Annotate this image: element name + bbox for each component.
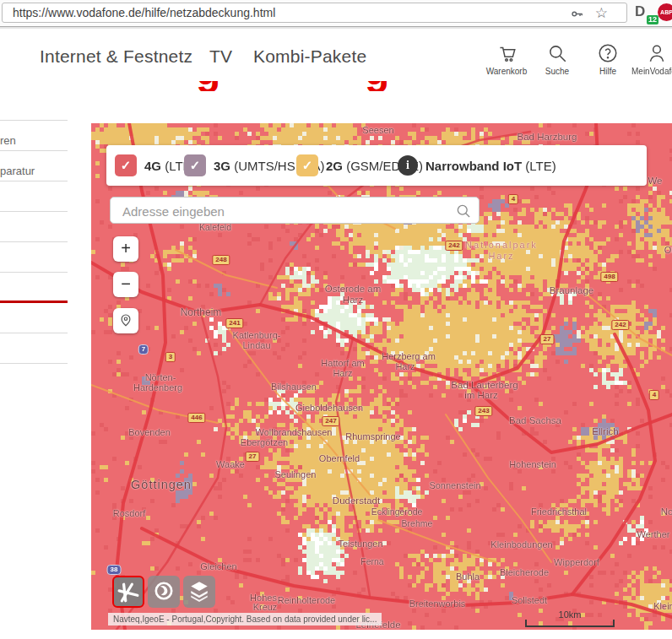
map-place-label: Werther: [637, 529, 670, 539]
locate-me-button[interactable]: [113, 308, 138, 333]
checkbox-2g[interactable]: ✓: [296, 154, 318, 176]
map-place-label: Seesen: [362, 125, 393, 135]
map-place-label: We: [648, 176, 662, 186]
coverage-legend: ✓ 4G (LTE) ✓ 3G (UMTS/HSDPA) ✓ 2G (GSM/E…: [106, 145, 647, 186]
road-number-badge: 241: [225, 318, 243, 328]
road-number-badge: 247: [322, 416, 339, 426]
map-place-label: Breitenworbis: [409, 598, 466, 609]
satellite-view-button[interactable]: [148, 576, 180, 608]
address-search-input[interactable]: [121, 199, 453, 223]
sidebar-item[interactable]: [0, 333, 68, 364]
address-bar[interactable]: https://www.vodafone.de/hilfe/netzabdeck…: [2, 3, 627, 23]
map-place-label: Buhla: [456, 571, 480, 582]
info-icon[interactable]: i: [398, 155, 418, 176]
road-number-badge: 242: [445, 241, 463, 251]
help-button[interactable]: Hilfe: [583, 42, 633, 76]
map-place-label: Friedrichsthal: [531, 506, 587, 517]
map-place-label: Herzberg am: [382, 351, 436, 361]
map-place-label: Gieboldehausen: [295, 403, 363, 413]
nav-tv[interactable]: TV: [209, 46, 232, 67]
person-icon: [631, 42, 672, 64]
sidebar-item[interactable]: [0, 242, 68, 273]
map-place-label: Wollbrandshausen: [256, 427, 333, 437]
zoom-in-button[interactable]: +: [113, 236, 138, 262]
help-icon: [583, 42, 633, 64]
meinvodafone-button[interactable]: MeinVodafone: [631, 42, 672, 76]
nav-kombi-pakete[interactable]: Kombi-Pakete: [253, 46, 366, 67]
road-number-badge: 3: [165, 352, 176, 362]
road-number-badge: 7: [138, 344, 149, 355]
map-place-label: Bad Sachsa: [509, 415, 561, 425]
sidebar-item[interactable]: [0, 90, 68, 121]
map-place-label: Northeim: [181, 306, 222, 318]
map-place-label: Waake: [216, 459, 245, 469]
coverage-map[interactable]: SeesenBad HarzburgWeObNationalparkHarzKa…: [91, 123, 672, 630]
map-place-label: Sollstedt: [512, 595, 547, 605]
layers-icon: [183, 580, 215, 602]
adblock-icon[interactable]: ABP: [658, 3, 672, 21]
road-number-badge: 38: [107, 565, 122, 575]
map-place-label: Duderstadt: [333, 495, 380, 506]
map-place-label: Wipperdorf: [554, 557, 599, 567]
map-place-label: Harz: [488, 251, 514, 261]
map-place-label: im Harz: [464, 390, 498, 400]
checkbox-3g[interactable]: ✓: [184, 154, 206, 176]
bookmark-star-icon[interactable]: ☆: [595, 4, 608, 22]
sidebar-item[interactable]: paratur: [0, 151, 68, 181]
map-place-label: Braunlage: [550, 285, 593, 295]
map-place-label: Teistungen: [338, 539, 382, 549]
map-place-label: Ecklingerode: [371, 506, 423, 517]
map-place-label: Hohenstein: [509, 459, 556, 469]
legend-item-nbiot: i Narrowband IoT (LTE): [398, 154, 556, 176]
site-header: Internet & Festnetz TV Kombi-Pakete Ware…: [0, 28, 672, 81]
map-place-label: Kleinbodungen: [490, 539, 552, 550]
cart-icon: [481, 42, 532, 64]
map-place-label: Brehme: [402, 518, 433, 528]
road-number-badge: 498: [600, 272, 618, 282]
sidebar-item[interactable]: ren: [0, 121, 68, 151]
map-place-label: Rhumspringe: [345, 431, 400, 441]
map-place-label: Rosdorf: [113, 508, 146, 518]
sidebar-item[interactable]: [0, 181, 68, 212]
zoom-out-button[interactable]: −: [113, 272, 138, 297]
map-place-label: Katlenburg-: [233, 330, 281, 340]
road-number-badge: 27: [540, 334, 555, 344]
map-place-label: Harz: [343, 295, 363, 305]
map-place-label: Kleinf: [653, 601, 672, 611]
map-place-label: Bad Lauterberg: [451, 380, 518, 390]
map-place-label: Harz: [395, 361, 415, 371]
sidebar-item[interactable]: [0, 212, 68, 242]
nav-internet-festnetz[interactable]: Internet & Festnetz: [40, 46, 192, 67]
layers-button[interactable]: [183, 576, 215, 608]
map-place-label: Obernfeld: [319, 453, 360, 463]
globe-icon: [148, 580, 180, 602]
search-magnifier-icon[interactable]: [455, 203, 472, 223]
road-number-badge: 446: [187, 413, 205, 423]
map-place-label: Bilshausen: [271, 382, 317, 392]
map-place-label: Harz: [333, 368, 352, 378]
search-button[interactable]: Suche: [532, 42, 583, 76]
checkbox-4g[interactable]: ✓: [115, 154, 137, 176]
cart-button[interactable]: Warenkorb: [481, 42, 532, 76]
search-icon: [532, 42, 583, 64]
scale-label: 10km: [525, 609, 615, 620]
map-place-label: Gleichen: [200, 561, 236, 571]
road-number-badge: 243: [474, 406, 492, 416]
sidebar-item[interactable]: [0, 303, 68, 333]
road-number-badge: 242: [611, 320, 629, 330]
map-place-label: Göttingen: [131, 478, 192, 491]
road-number-badge: 4: [649, 390, 659, 400]
address-search: [110, 197, 480, 224]
location-pin-icon: [118, 312, 133, 331]
map-place-label: Hardenberg: [133, 382, 182, 393]
map-place-label: Nörten-: [145, 372, 176, 382]
sidebar-item[interactable]: [0, 273, 68, 303]
browser-toolbar: https://www.vodafone.de/hilfe/netzabdeck…: [0, 0, 672, 27]
password-key-icon[interactable]: [570, 7, 584, 24]
road-number-badge: 4: [508, 194, 518, 204]
map-view-button[interactable]: [112, 576, 144, 608]
map-place-label: Reinholterode: [278, 595, 336, 605]
extension-badge: 12: [647, 15, 658, 24]
scale-bar: [525, 620, 615, 627]
extension-icon[interactable]: D 12: [635, 3, 652, 22]
